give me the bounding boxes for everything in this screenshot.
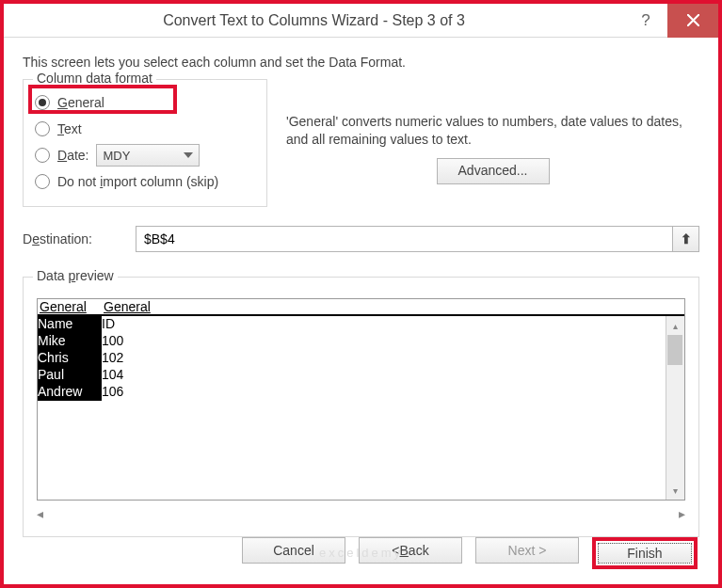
dialog-body: This screen lets you select each column … [4, 38, 718, 584]
preview-row: Paul104 [38, 367, 684, 384]
preview-header-col2: General [102, 299, 629, 314]
advanced-button[interactable]: Advanced... [437, 158, 550, 184]
preview-row: Chris102 [38, 350, 684, 367]
radio-skip-label: Do not import column (skip) [57, 174, 218, 189]
back-button[interactable]: < Back [359, 537, 462, 564]
radio-date-label: Date: [57, 148, 88, 163]
help-button[interactable]: ? [624, 4, 667, 38]
vertical-scrollbar[interactable]: ▴ ▾ [666, 316, 684, 500]
scroll-thumb[interactable] [667, 335, 682, 365]
chevron-down-icon [184, 152, 193, 158]
explain-text: 'General' converts numeric values to num… [286, 113, 699, 149]
next-button[interactable]: Next > [475, 537, 579, 564]
finish-button[interactable]: Finish [598, 543, 692, 564]
format-row: Column data format General Text Date: MD… [23, 79, 699, 207]
collapse-icon: ⬆ [681, 231, 692, 246]
destination-label: Destination: [23, 231, 126, 246]
date-format-value: MDY [103, 149, 130, 163]
preview-legend: Data preview [33, 268, 118, 283]
destination-input[interactable] [136, 226, 673, 252]
radio-date-row[interactable]: Date: MDY [35, 142, 255, 168]
button-row: exceldemy Cancel < Back Next > Finish [23, 537, 699, 571]
column-format-fieldset: Column data format General Text Date: MD… [23, 79, 267, 207]
preview-fieldset: Data preview General General NameID Mike… [23, 277, 699, 537]
close-button[interactable] [667, 4, 718, 38]
intro-text: This screen lets you select each column … [23, 55, 699, 70]
wizard-dialog: Convert Text to Columns Wizard - Step 3 … [0, 0, 722, 588]
radio-general-label: General [57, 95, 104, 110]
titlebar: Convert Text to Columns Wizard - Step 3 … [4, 4, 718, 38]
radio-skip-row[interactable]: Do not import column (skip) [35, 168, 255, 195]
dialog-title: Convert Text to Columns Wizard - Step 3 … [4, 12, 624, 29]
close-icon [687, 14, 699, 26]
preview-header: General General [38, 299, 684, 316]
preview-row: NameID [38, 316, 684, 333]
scroll-left-icon[interactable]: ◂ [37, 506, 43, 521]
destination-row: Destination: ⬆ [23, 226, 699, 252]
radio-general[interactable] [35, 95, 50, 110]
destination-input-wrap: ⬆ [136, 226, 699, 252]
radio-date[interactable] [35, 148, 50, 163]
finish-highlight: Finish [592, 537, 698, 569]
scroll-down-icon[interactable]: ▾ [666, 481, 684, 500]
scroll-right-icon[interactable]: ▸ [679, 506, 685, 521]
preview-row: Mike100 [38, 333, 684, 350]
range-selector-button[interactable]: ⬆ [673, 226, 699, 252]
horizontal-scrollbar[interactable]: ◂ ▸ [37, 504, 685, 523]
explain-column: 'General' converts numeric values to num… [286, 79, 699, 184]
date-format-select[interactable]: MDY [96, 144, 200, 167]
radio-general-row[interactable]: General [35, 89, 255, 116]
preview-area: General General NameID Mike100 Chris102 … [37, 298, 685, 501]
radio-text-row[interactable]: Text [35, 116, 255, 142]
format-legend: Column data format [33, 71, 156, 86]
radio-text-label: Text [57, 121, 82, 136]
radio-skip[interactable] [35, 174, 50, 189]
preview-rows: NameID Mike100 Chris102 Paul104 Andrew10… [38, 316, 684, 401]
preview-row: Andrew106 [38, 384, 684, 401]
radio-text[interactable] [35, 121, 50, 136]
cancel-button[interactable]: Cancel [242, 537, 345, 564]
scroll-up-icon[interactable]: ▴ [666, 316, 684, 335]
preview-header-col1: General [38, 299, 102, 314]
